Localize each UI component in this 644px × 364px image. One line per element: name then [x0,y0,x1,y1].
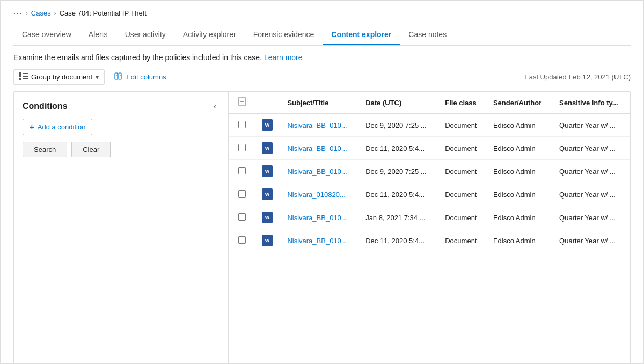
subject-cell[interactable]: Nisivara_BB_010... [281,114,359,137]
sensitive-info-header[interactable]: Sensitive info ty... [553,92,630,114]
conditions-panel: Conditions ‹ + Add a condition Search Cl… [14,92,229,363]
breadcrumb-dots[interactable]: ··· [13,9,23,17]
tab-content-explorer[interactable]: Content explorer [323,26,400,45]
date-cell: Dec 11, 2020 5:4... [359,137,438,160]
group-by-button[interactable]: Group by document ▾ [13,69,105,85]
svg-rect-12 [239,121,246,128]
row-checkbox[interactable] [229,114,255,137]
file-type-icon: W [255,206,281,229]
file-class-cell: Document [438,114,487,137]
table-row[interactable]: WNisivara_BB_010...Dec 11, 2020 5:4...Do… [229,229,630,252]
row-checkbox[interactable] [229,160,255,183]
svg-rect-15 [239,190,246,197]
subject-cell[interactable]: Nisivara_BB_010... [281,137,359,160]
sender-cell: Edisco Admin [487,114,553,137]
svg-rect-5 [23,78,28,79]
subject-cell[interactable]: Nisivara_BB_010... [281,206,359,229]
table-body: WNisivara_BB_010...Dec 9, 2020 7:25 ...D… [229,114,630,252]
file-class-header[interactable]: File class [438,92,487,114]
file-class-cell: Document [438,160,487,183]
svg-rect-0 [19,72,21,75]
learn-more-link[interactable]: Learn more [264,53,303,62]
word-doc-icon: W [262,235,273,246]
sensitive-info-cell: Quarter Year w/ ... [553,114,630,137]
breadcrumb-cases-link[interactable]: Cases [31,9,51,17]
svg-rect-1 [19,75,21,77]
subject-cell[interactable]: Nisivara_010820... [281,183,359,206]
row-checkbox[interactable] [229,206,255,229]
clear-button[interactable]: Clear [71,142,111,157]
toolbar: Group by document ▾ Edit columns Last Up… [13,69,631,85]
description-bar: Examine the emails and files captured by… [13,53,631,62]
tab-forensic-evidence[interactable]: Forensic evidence [245,26,323,45]
tab-bar: Case overview Alerts User activity Activ… [13,26,631,46]
sensitive-info-cell: Quarter Year w/ ... [553,160,630,183]
row-checkbox[interactable] [229,137,255,160]
svg-rect-7 [119,73,121,79]
sender-header[interactable]: Sender/Author [487,92,553,114]
content-table-area: Subject/Title Date (UTC) File class Send… [229,92,630,363]
svg-rect-3 [23,73,28,74]
subject-cell[interactable]: Nisivara_BB_010... [281,160,359,183]
select-all-icon[interactable] [238,98,246,107]
word-doc-icon: W [262,119,273,131]
subject-cell[interactable]: Nisivara_BB_010... [281,229,359,252]
toolbar-left: Group by document ▾ Edit columns [13,69,170,85]
word-doc-icon: W [262,142,273,154]
table-row[interactable]: WNisivara_010820...Dec 11, 2020 5:4...Do… [229,183,630,206]
date-cell: Dec 9, 2020 7:25 ... [359,114,438,137]
word-doc-icon: W [262,165,273,177]
last-updated-text: Last Updated Feb 12, 2021 (UTC) [525,73,631,81]
breadcrumb-current: Case 704: Potential IP Theft [60,9,147,17]
sender-cell: Edisco Admin [487,137,553,160]
table-row[interactable]: WNisivara_BB_010...Dec 11, 2020 5:4...Do… [229,137,630,160]
svg-rect-6 [115,73,118,79]
conditions-title: Conditions [23,101,68,111]
breadcrumb: ··· › Cases › Case 704: Potential IP The… [13,9,631,17]
tab-activity-explorer[interactable]: Activity explorer [174,26,245,45]
table-row[interactable]: WNisivara_BB_010...Dec 9, 2020 7:25 ...D… [229,114,630,137]
group-by-icon [19,72,28,82]
date-cell: Dec 9, 2020 7:25 ... [359,160,438,183]
word-doc-icon: W [262,212,273,223]
search-button[interactable]: Search [23,142,67,157]
date-cell: Dec 11, 2020 5:4... [359,183,438,206]
select-all-header[interactable] [229,92,255,114]
content-table: Subject/Title Date (UTC) File class Send… [229,92,630,252]
conditions-header: Conditions ‹ [23,100,219,112]
file-class-cell: Document [438,137,487,160]
file-type-icon: W [255,160,281,183]
app-container: ··· › Cases › Case 704: Potential IP The… [1,1,643,363]
tab-case-notes[interactable]: Case notes [400,26,455,45]
sender-cell: Edisco Admin [487,206,553,229]
svg-rect-2 [19,78,21,80]
main-content: Conditions ‹ + Add a condition Search Cl… [13,91,631,363]
collapse-panel-button[interactable]: ‹ [210,100,219,112]
table-header-row: Subject/Title Date (UTC) File class Send… [229,92,630,114]
description-text: Examine the emails and files captured by… [13,53,262,62]
subject-header[interactable]: Subject/Title [281,92,359,114]
plus-icon: + [30,122,34,132]
row-checkbox[interactable] [229,229,255,252]
row-checkbox[interactable] [229,183,255,206]
sensitive-info-cell: Quarter Year w/ ... [553,229,630,252]
sensitive-info-cell: Quarter Year w/ ... [553,137,630,160]
file-class-cell: Document [438,206,487,229]
date-header[interactable]: Date (UTC) [359,92,438,114]
breadcrumb-chevron-1: › [26,10,28,17]
table-row[interactable]: WNisivara_BB_010...Dec 9, 2020 7:25 ...D… [229,160,630,183]
svg-rect-14 [239,167,246,174]
sensitive-info-cell: Quarter Year w/ ... [553,183,630,206]
tab-case-overview[interactable]: Case overview [13,26,80,45]
edit-columns-button[interactable]: Edit columns [111,69,169,85]
file-class-cell: Document [438,183,487,206]
tab-alerts[interactable]: Alerts [80,26,116,45]
svg-rect-4 [23,76,28,77]
conditions-actions: Search Clear [23,142,219,157]
table-row[interactable]: WNisivara_BB_010...Jan 8, 2021 7:34 ...D… [229,206,630,229]
svg-rect-16 [239,213,246,220]
add-condition-button[interactable]: + Add a condition [23,119,92,135]
tab-user-activity[interactable]: User activity [116,26,174,45]
date-cell: Dec 11, 2020 5:4... [359,229,438,252]
svg-rect-17 [239,236,246,243]
